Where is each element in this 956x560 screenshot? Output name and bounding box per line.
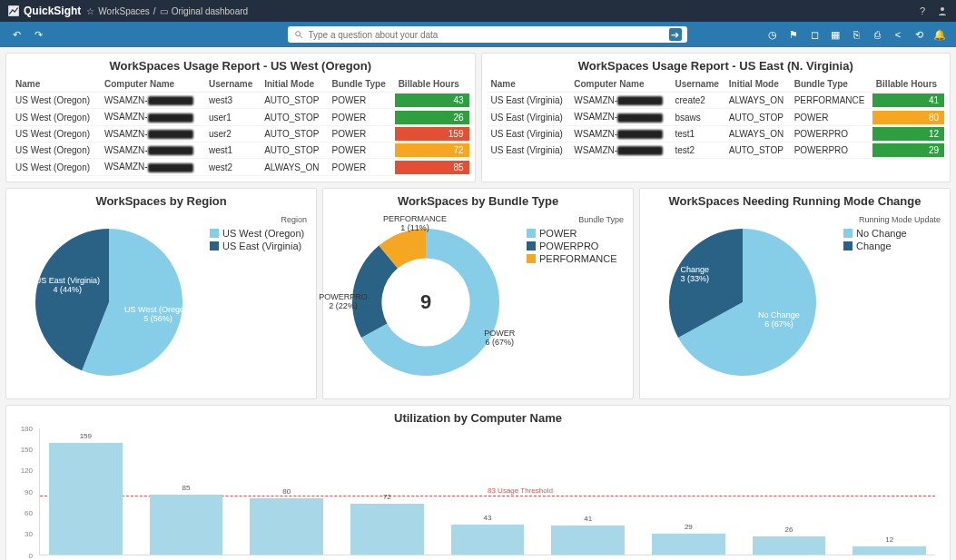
export-icon[interactable]: ⎘ (849, 27, 863, 42)
legend-item[interactable]: POWERPRO (527, 241, 624, 251)
table-row[interactable]: US East (Virginia) WSAMZN- create2 ALWAY… (488, 93, 945, 109)
legend-item[interactable]: Change (843, 241, 941, 251)
table-row[interactable]: US West (Oregon) WSAMZN- west1 AUTO_STOP… (12, 142, 469, 159)
star-icon[interactable]: ☆ (86, 6, 94, 16)
y-tick: 90 (25, 487, 33, 496)
bar[interactable]: 41 (542, 428, 634, 555)
cell-mode: ALWAYS_ON (725, 125, 791, 142)
redaction (617, 96, 663, 105)
app-logo[interactable]: QuickSight (7, 5, 81, 17)
redaction (148, 163, 193, 172)
refresh-icon[interactable]: ⟲ (912, 27, 926, 42)
chart-bundle-viz[interactable]: 9 POWER6 (67%) POWERPRO2 (22%) PERFORMAN… (329, 211, 523, 393)
cell-mode: AUTO_STOP (261, 125, 328, 142)
submit-icon[interactable]: ➔ (669, 28, 682, 41)
cell-hours: 29 (872, 142, 944, 159)
cell-mode: ALWAYS_ON (261, 159, 328, 175)
bar[interactable]: 85 (141, 428, 232, 555)
cell-mode: AUTO_STOP (261, 93, 328, 109)
redaction (617, 130, 663, 139)
table-header[interactable]: Computer Name (101, 76, 205, 93)
cell-name: US East (Virginia) (488, 142, 571, 159)
chart-bundle-title: WorkSpaces by Bundle Type (329, 194, 627, 208)
bar-value: 43 (451, 514, 525, 522)
cell-username: west3 (205, 93, 261, 109)
chart-utilization-viz[interactable]: 0306090120150180 83 Usage Threshold 1598… (12, 428, 944, 560)
cell-bundle: POWER (329, 125, 395, 142)
search-icon (293, 29, 304, 40)
user-icon[interactable] (936, 5, 949, 17)
legend-label: PERFORMANCE (539, 253, 617, 264)
table-header[interactable]: Name (488, 76, 571, 93)
legend-item[interactable]: POWER (527, 228, 624, 239)
table-header[interactable]: Billable Hours (395, 76, 469, 93)
table-row[interactable]: US West (Oregon) WSAMZN- user1 AUTO_STOP… (12, 109, 469, 125)
schedule-icon[interactable]: ▦ (828, 27, 843, 42)
donut-center-value: 9 (420, 290, 431, 314)
bar[interactable]: 26 (744, 428, 835, 555)
redo-icon[interactable]: ↷ (31, 27, 45, 42)
help-icon[interactable]: ? (916, 5, 929, 17)
table-header[interactable]: Name (12, 76, 101, 93)
table-header[interactable]: Initial Mode (725, 76, 791, 93)
cell-hours: 41 (872, 93, 944, 109)
share-icon[interactable]: < (891, 27, 905, 42)
report-west-table: NameComputer NameUsernameInitial ModeBun… (12, 76, 469, 176)
cell-hours: 80 (872, 109, 944, 125)
bar-value: 41 (551, 515, 625, 523)
cell-bundle: PERFORMANCE (791, 93, 872, 109)
breadcrumb-dashboard[interactable]: Original dashboard (172, 6, 249, 16)
table-header[interactable]: Username (672, 76, 725, 93)
bar[interactable]: 72 (341, 428, 433, 555)
cell-name: US West (Oregon) (12, 142, 101, 159)
cell-bundle: POWERPRO (791, 142, 872, 159)
search-input[interactable] (309, 30, 665, 40)
breadcrumb-workspace[interactable]: WorkSpaces (98, 6, 150, 16)
bar[interactable]: 12 (843, 428, 935, 555)
legend-swatch (210, 241, 219, 251)
app-header: QuickSight ☆ WorkSpaces / ▭ Original das… (0, 0, 956, 22)
redaction (617, 146, 663, 155)
table-header[interactable]: Computer Name (570, 76, 671, 93)
cell-hours: 26 (395, 109, 469, 125)
legend-item[interactable]: US East (Virginia) (210, 241, 307, 251)
bar[interactable]: 80 (241, 428, 332, 555)
table-header[interactable]: Username (205, 76, 261, 93)
ask-bar[interactable]: ➔ (288, 26, 687, 43)
legend-item[interactable]: No Change (843, 228, 941, 239)
chart-runmode-viz[interactable]: No Change6 (67%) Change3 (33%) (646, 211, 840, 393)
table-header[interactable]: Bundle Type (329, 76, 395, 93)
y-tick: 0 (29, 551, 33, 559)
clock-icon[interactable]: ◷ (765, 27, 780, 42)
table-row[interactable]: US East (Virginia) WSAMZN- test1 ALWAYS_… (488, 125, 945, 142)
flag-icon[interactable]: ⚑ (786, 27, 801, 42)
bar-value: 26 (753, 526, 826, 534)
table-row[interactable]: US East (Virginia) WSAMZN- bsaws AUTO_ST… (488, 109, 945, 125)
table-header[interactable]: Billable Hours (872, 76, 944, 93)
table-header[interactable]: Initial Mode (261, 76, 328, 93)
y-tick: 30 (25, 530, 33, 538)
chart-region-viz[interactable]: US West (Oregon)5 (56%) US East (Virgini… (12, 211, 206, 393)
table-row[interactable]: US West (Oregon) WSAMZN- west2 ALWAYS_ON… (12, 159, 469, 175)
table-row[interactable]: US West (Oregon) WSAMZN- user2 AUTO_STOP… (12, 125, 469, 142)
legend-item[interactable]: US West (Oregon) (210, 228, 307, 239)
redaction (148, 130, 193, 139)
bar[interactable]: 29 (643, 428, 734, 555)
legend-item[interactable]: PERFORMANCE (527, 253, 624, 264)
bookmark-icon[interactable]: ◻ (807, 27, 822, 42)
table-header[interactable]: Bundle Type (791, 76, 872, 93)
y-tick: 60 (25, 509, 33, 517)
undo-icon[interactable]: ↶ (9, 27, 24, 42)
app-name: QuickSight (24, 5, 81, 17)
chart-utilization-title: Utilization by Computer Name (12, 411, 944, 425)
cell-bundle: POWER (329, 159, 395, 175)
cell-mode: AUTO_STOP (261, 109, 328, 125)
bell-icon[interactable]: 🔔 (932, 27, 947, 42)
table-row[interactable]: US West (Oregon) WSAMZN- west3 AUTO_STOP… (12, 93, 469, 109)
cell-hours: 159 (395, 125, 469, 142)
cell-mode: AUTO_STOP (725, 109, 791, 125)
print-icon[interactable]: ⎙ (870, 27, 884, 42)
cell-hours: 72 (395, 142, 469, 159)
bar[interactable]: 159 (40, 428, 132, 555)
table-row[interactable]: US East (Virginia) WSAMZN- test2 AUTO_ST… (488, 142, 945, 159)
